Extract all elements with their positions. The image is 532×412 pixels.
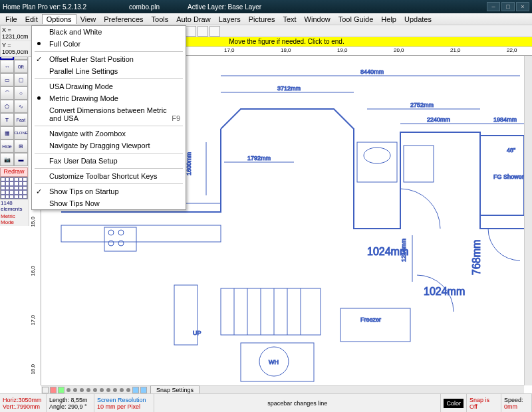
- dim-label: 1792mm: [247, 155, 271, 161]
- status-center: spacebar changes line: [154, 394, 441, 412]
- menu-separator: [35, 51, 183, 52]
- menu-item-show-tips-on-startup[interactable]: Show Tips on Startup✓: [32, 185, 186, 197]
- menu-window[interactable]: Window: [301, 15, 334, 24]
- tool-clone[interactable]: CLONE: [14, 126, 28, 140]
- ruler-tick: 15,0: [30, 217, 36, 227]
- menu-tool-guide[interactable]: Tool Guide: [334, 15, 378, 24]
- tool-dim[interactable]: ↔: [0, 60, 14, 73]
- tool-curve[interactable]: ∿: [14, 100, 28, 113]
- tool-wall[interactable]: ▬: [14, 153, 28, 166]
- tool-misc[interactable]: ⊞: [14, 140, 28, 153]
- menu-item-show-tips-now[interactable]: Show Tips Now: [32, 197, 186, 209]
- nav-dot[interactable]: [106, 388, 110, 392]
- dim-label: 2240mm: [427, 116, 450, 123]
- nav-dot[interactable]: [66, 388, 70, 392]
- menu-item-metric-drawing-mode[interactable]: Metric Drawing Mode: [32, 92, 186, 104]
- menu-separator: [35, 153, 183, 154]
- svg-rect-20: [221, 288, 321, 335]
- app-title: Home Plan Pro ver: 5.2.13.2: [3, 3, 129, 11]
- nav-dot[interactable]: [113, 388, 117, 392]
- ruler-tick: 18,0: [281, 47, 291, 53]
- menu-preferences[interactable]: Preferences: [100, 15, 147, 24]
- menu-item-usa-drawing-mode[interactable]: USA Drawing Mode: [32, 80, 186, 92]
- menu-pictures[interactable]: Pictures: [245, 15, 279, 24]
- menu-auto-draw[interactable]: Auto Draw: [172, 15, 214, 24]
- tool-hatch[interactable]: ▦: [0, 126, 14, 140]
- minimize-button[interactable]: –: [487, 2, 500, 11]
- svg-point-16: [364, 148, 390, 163]
- freezer-label: Freezer: [360, 316, 381, 323]
- ruler-tick: 17,0: [224, 47, 235, 53]
- scroll-left-button[interactable]: [42, 387, 49, 393]
- status-speed-label: Speed:: [504, 397, 529, 403]
- ruler-tick: 17,0: [30, 315, 36, 326]
- tool-fast[interactable]: Fast: [14, 113, 28, 126]
- nav-dot[interactable]: [80, 388, 84, 392]
- nav-dot[interactable]: [73, 388, 77, 392]
- menu-updates[interactable]: Updates: [400, 15, 436, 24]
- toolbar-button[interactable]: [198, 26, 208, 37]
- status-mmpp: 10 mm per Pixel: [97, 403, 151, 410]
- svg-point-13: [108, 241, 114, 246]
- dim-label-large: 1024mm: [367, 246, 408, 257]
- nav-dot[interactable]: [86, 388, 90, 392]
- svg-rect-9: [61, 225, 221, 242]
- toolbar-button[interactable]: [209, 26, 220, 37]
- menu-item-black-and-white[interactable]: Black and White: [32, 26, 186, 38]
- tool-poly[interactable]: ⬠: [0, 100, 14, 113]
- menu-tools[interactable]: Tools: [148, 15, 173, 24]
- status-snap: Snap is Off: [469, 397, 498, 410]
- menu-item-navigate-with-zoombox[interactable]: Navigate with Zoombox: [32, 128, 186, 140]
- menubar: FileEditOptionsViewPreferencesToolsAuto …: [0, 13, 532, 25]
- tool-camera[interactable]: 📷: [0, 153, 14, 166]
- tool-box[interactable]: ▢: [14, 73, 28, 86]
- svg-rect-15: [357, 142, 397, 182]
- menu-layers[interactable]: Layers: [215, 15, 245, 24]
- menu-item-offset-ruler-start-position[interactable]: Offset Ruler Start Position✓: [32, 53, 186, 65]
- menu-shortcut: F9: [172, 114, 180, 122]
- menu-item-full-color[interactable]: Full Color: [32, 38, 186, 50]
- close-button[interactable]: ×: [516, 2, 529, 11]
- menu-help[interactable]: Help: [377, 15, 400, 24]
- nav-dot[interactable]: [126, 388, 130, 392]
- tool-arc[interactable]: ⌒: [0, 86, 14, 100]
- status-speed-value: 0mm: [504, 403, 529, 410]
- menu-view[interactable]: View: [76, 15, 100, 24]
- tool-rect[interactable]: ▭: [0, 73, 14, 86]
- menu-item-convert-dimensions-between-metric-and-usa[interactable]: Convert Dimensions between Metric and US…: [32, 104, 186, 124]
- radio-icon: [37, 96, 41, 100]
- nav-dot[interactable]: [100, 388, 104, 392]
- tool-hide[interactable]: Hide: [0, 140, 14, 153]
- maximize-button[interactable]: □: [501, 2, 515, 11]
- scroll-button[interactable]: [58, 387, 65, 393]
- menu-item-customize-toolbar-shortcut-keys[interactable]: Customize Toolbar Shortcut Keys: [32, 170, 186, 182]
- svg-rect-19: [340, 308, 410, 342]
- scroll-button[interactable]: [132, 387, 139, 393]
- dim-label: 8440mm: [360, 68, 384, 75]
- status-angle: Angle: 290,9 °: [49, 403, 91, 410]
- toolbar-button[interactable]: [186, 26, 196, 37]
- color-button[interactable]: Color: [444, 399, 464, 408]
- bottom-nav-bar: Snap Settings: [41, 385, 524, 393]
- redraw-button[interactable]: Redraw: [0, 167, 28, 177]
- pattern-grid[interactable]: [0, 177, 28, 199]
- dim-label: 3712mm: [277, 85, 301, 92]
- menu-item-fax-user-data-setup[interactable]: Fax User Data Setup: [32, 155, 186, 167]
- menu-item-parallel-line-settings[interactable]: Parallel Line Settings: [32, 65, 186, 77]
- menu-edit[interactable]: Edit: [21, 15, 42, 24]
- options-menu-dropdown: Black and WhiteFull ColorOffset Ruler St…: [31, 25, 186, 210]
- menu-options[interactable]: Options: [42, 14, 76, 24]
- ruler-tick: 21,0: [450, 47, 461, 53]
- scroll-button[interactable]: [50, 387, 57, 393]
- nav-dot[interactable]: [93, 388, 97, 392]
- tool-offset[interactable]: 0ft: [14, 60, 28, 73]
- scrollbar-vertical[interactable]: [524, 56, 532, 385]
- active-layer: Active Layer: Base Layer: [188, 3, 487, 11]
- menu-text[interactable]: Text: [279, 15, 300, 24]
- scroll-button[interactable]: [140, 387, 147, 393]
- menu-item-navigate-by-dragging-viewport[interactable]: Navigate by Dragging Viewport: [32, 140, 186, 152]
- tool-circle[interactable]: ○: [14, 86, 28, 100]
- tool-text[interactable]: T: [0, 113, 14, 126]
- nav-dot[interactable]: [120, 388, 124, 392]
- menu-file[interactable]: File: [1, 15, 21, 24]
